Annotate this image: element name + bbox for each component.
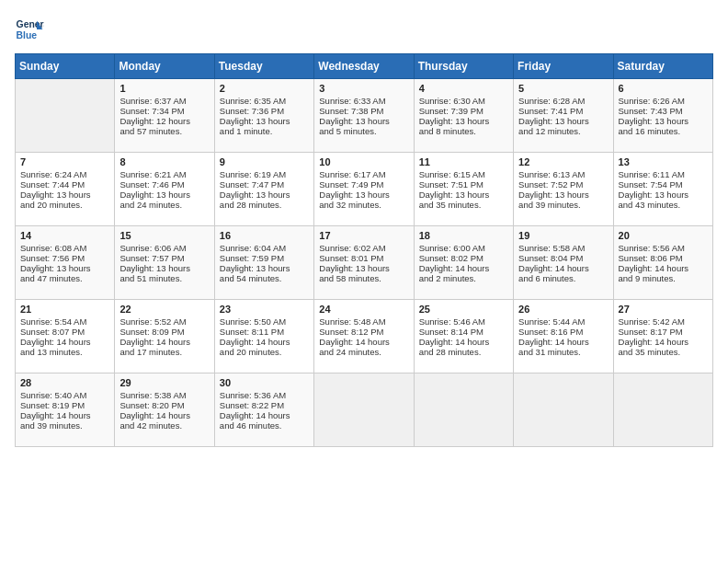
day-info: and 39 minutes. xyxy=(518,200,608,210)
day-info: Daylight: 14 hours xyxy=(220,410,309,420)
day-number: 29 xyxy=(119,377,209,388)
day-info: Sunset: 8:01 PM xyxy=(319,253,408,263)
day-number: 16 xyxy=(220,230,309,241)
calendar-cell: 25Sunrise: 5:46 AMSunset: 8:14 PMDayligh… xyxy=(414,300,513,373)
day-info: Daylight: 13 hours xyxy=(319,263,408,273)
calendar-cell: 18Sunrise: 6:00 AMSunset: 8:02 PMDayligh… xyxy=(414,226,513,300)
logo-icon: General Blue xyxy=(15,15,44,44)
day-info: and 43 minutes. xyxy=(619,200,708,210)
day-info: Daylight: 13 hours xyxy=(220,116,309,126)
day-info: Daylight: 14 hours xyxy=(119,337,209,347)
day-info: Daylight: 14 hours xyxy=(619,263,708,273)
day-header-saturday: Saturday xyxy=(613,54,712,79)
day-info: Sunset: 8:20 PM xyxy=(119,400,209,410)
day-number: 24 xyxy=(319,304,408,315)
day-info: Sunset: 8:06 PM xyxy=(619,253,708,263)
day-info: and 9 minutes. xyxy=(619,273,708,283)
day-info: Sunrise: 5:38 AM xyxy=(119,390,209,400)
day-info: Sunset: 7:49 PM xyxy=(319,179,408,190)
day-info: Daylight: 14 hours xyxy=(20,410,109,420)
day-info: Sunset: 8:04 PM xyxy=(518,253,608,263)
day-info: Sunset: 7:57 PM xyxy=(119,253,209,263)
day-info: Sunrise: 6:02 AM xyxy=(319,243,408,253)
day-info: Sunrise: 5:48 AM xyxy=(319,316,408,327)
day-number: 1 xyxy=(119,83,209,94)
day-info: Daylight: 14 hours xyxy=(419,263,508,273)
day-info: Sunset: 7:51 PM xyxy=(419,179,508,190)
calendar-week-4: 21Sunrise: 5:54 AMSunset: 8:07 PMDayligh… xyxy=(16,300,713,373)
day-info: Daylight: 13 hours xyxy=(518,116,608,126)
day-info: Sunset: 7:46 PM xyxy=(119,179,209,190)
calendar-cell: 13Sunrise: 6:11 AMSunset: 7:54 PMDayligh… xyxy=(613,153,712,226)
day-info: and 12 minutes. xyxy=(518,126,608,136)
day-number: 11 xyxy=(419,156,508,167)
day-info: Daylight: 13 hours xyxy=(220,190,309,200)
day-info: Sunrise: 6:08 AM xyxy=(20,243,109,253)
calendar-cell xyxy=(414,373,513,447)
day-info: and 32 minutes. xyxy=(319,200,408,210)
calendar-cell: 8Sunrise: 6:21 AMSunset: 7:46 PMDaylight… xyxy=(115,153,214,226)
day-info: Sunset: 7:56 PM xyxy=(20,253,109,263)
calendar-cell: 1Sunrise: 6:37 AMSunset: 7:34 PMDaylight… xyxy=(115,79,214,153)
day-info: Daylight: 14 hours xyxy=(619,337,708,347)
day-info: Daylight: 14 hours xyxy=(518,337,608,347)
day-info: Daylight: 13 hours xyxy=(619,190,708,200)
day-info: Daylight: 13 hours xyxy=(220,263,309,273)
day-header-sunday: Sunday xyxy=(16,54,115,79)
day-info: Sunrise: 6:24 AM xyxy=(20,169,109,179)
day-info: Sunrise: 6:13 AM xyxy=(518,169,608,179)
day-info: Daylight: 14 hours xyxy=(518,263,608,273)
day-info: and 20 minutes. xyxy=(220,347,309,357)
calendar-cell: 9Sunrise: 6:19 AMSunset: 7:47 PMDaylight… xyxy=(214,153,313,226)
day-number: 9 xyxy=(220,156,309,167)
calendar-week-5: 28Sunrise: 5:40 AMSunset: 8:19 PMDayligh… xyxy=(16,373,713,447)
day-number: 8 xyxy=(119,156,209,167)
day-number: 26 xyxy=(518,304,608,315)
calendar-cell: 22Sunrise: 5:52 AMSunset: 8:09 PMDayligh… xyxy=(115,300,214,373)
calendar-cell xyxy=(613,373,712,447)
calendar-cell: 5Sunrise: 6:28 AMSunset: 7:41 PMDaylight… xyxy=(514,79,613,153)
day-number: 17 xyxy=(319,230,408,241)
day-info: Daylight: 14 hours xyxy=(319,337,408,347)
calendar-cell: 24Sunrise: 5:48 AMSunset: 8:12 PMDayligh… xyxy=(314,300,414,373)
day-number: 4 xyxy=(419,83,508,94)
day-info: Sunset: 8:14 PM xyxy=(419,327,508,337)
calendar-cell: 29Sunrise: 5:38 AMSunset: 8:20 PMDayligh… xyxy=(115,373,214,447)
day-info: and 24 minutes. xyxy=(119,200,209,210)
calendar-cell: 17Sunrise: 6:02 AMSunset: 8:01 PMDayligh… xyxy=(314,226,414,300)
day-info: Sunrise: 6:04 AM xyxy=(220,243,309,253)
calendar-cell: 7Sunrise: 6:24 AMSunset: 7:44 PMDaylight… xyxy=(16,153,115,226)
day-info: Sunrise: 6:00 AM xyxy=(419,243,508,253)
calendar-table: SundayMondayTuesdayWednesdayThursdayFrid… xyxy=(15,53,713,447)
day-info: Daylight: 13 hours xyxy=(20,190,109,200)
day-number: 10 xyxy=(319,156,408,167)
day-info: Sunrise: 6:33 AM xyxy=(319,96,408,106)
day-info: Sunset: 8:16 PM xyxy=(518,327,608,337)
day-info: Sunrise: 6:11 AM xyxy=(619,169,708,179)
day-number: 19 xyxy=(518,230,608,241)
day-info: Sunrise: 5:52 AM xyxy=(119,316,209,327)
day-info: and 54 minutes. xyxy=(220,273,309,283)
day-info: Sunset: 7:39 PM xyxy=(419,106,508,116)
day-info: Sunset: 8:11 PM xyxy=(220,327,309,337)
day-info: Sunrise: 6:21 AM xyxy=(119,169,209,179)
day-info: Daylight: 14 hours xyxy=(220,337,309,347)
day-number: 30 xyxy=(220,377,309,388)
day-info: Daylight: 13 hours xyxy=(119,190,209,200)
day-info: Daylight: 13 hours xyxy=(319,190,408,200)
day-info: and 35 minutes. xyxy=(419,200,508,210)
day-number: 13 xyxy=(619,156,708,167)
day-number: 25 xyxy=(419,304,508,315)
day-info: Daylight: 14 hours xyxy=(419,337,508,347)
calendar-cell xyxy=(314,373,414,447)
calendar-cell xyxy=(16,79,115,153)
page-header: General Blue xyxy=(15,15,713,44)
day-info: and 20 minutes. xyxy=(20,200,109,210)
day-info: and 35 minutes. xyxy=(619,347,708,357)
day-info: Sunset: 8:02 PM xyxy=(419,253,508,263)
day-info: Sunset: 7:38 PM xyxy=(319,106,408,116)
calendar-cell: 14Sunrise: 6:08 AMSunset: 7:56 PMDayligh… xyxy=(16,226,115,300)
day-info: and 16 minutes. xyxy=(619,126,708,136)
calendar-week-1: 1Sunrise: 6:37 AMSunset: 7:34 PMDaylight… xyxy=(16,79,713,153)
day-info: Daylight: 13 hours xyxy=(119,263,209,273)
